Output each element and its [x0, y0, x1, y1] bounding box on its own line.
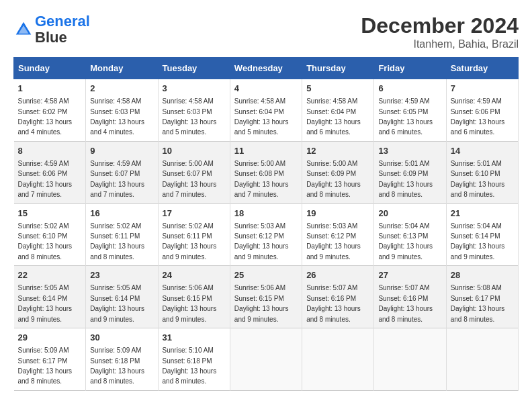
- daylight-text: Daylight: 13 hours and 7 minutes.: [163, 181, 217, 198]
- sunrise-text: Sunrise: 5:00 AM: [234, 160, 285, 167]
- sunrise-text: Sunrise: 5:02 AM: [90, 222, 141, 230]
- calendar-cell: 1 Sunrise: 4:58 AM Sunset: 6:02 PM Dayli…: [14, 79, 86, 142]
- daylight-text: Daylight: 13 hours and 7 minutes.: [234, 181, 289, 198]
- sunset-text: Sunset: 6:12 PM: [306, 232, 356, 240]
- day-number: 16: [90, 208, 153, 220]
- sunset-text: Sunset: 6:07 PM: [163, 170, 212, 177]
- sunset-text: Sunset: 6:11 PM: [163, 232, 212, 240]
- logo-text: General Blue: [35, 13, 90, 46]
- daylight-text: Daylight: 13 hours and 9 minutes.: [378, 242, 433, 260]
- sunset-text: Sunset: 6:06 PM: [451, 108, 500, 116]
- sunrise-text: Sunrise: 5:01 AM: [451, 160, 502, 167]
- calendar-cell: 14 Sunrise: 5:01 AM Sunset: 6:10 PM Dayl…: [446, 141, 518, 203]
- calendar-cell: 5 Sunrise: 4:58 AM Sunset: 6:04 PM Dayli…: [302, 79, 374, 142]
- calendar-week-row: 8 Sunrise: 4:59 AM Sunset: 6:06 PM Dayli…: [14, 141, 519, 203]
- weekday-header-tuesday: Tuesday: [158, 58, 230, 79]
- weekday-header-friday: Friday: [374, 58, 446, 79]
- calendar-week-row: 1 Sunrise: 4:58 AM Sunset: 6:02 PM Dayli…: [14, 79, 519, 142]
- sunset-text: Sunset: 6:18 PM: [90, 357, 140, 365]
- sunrise-text: Sunrise: 5:00 AM: [163, 160, 214, 167]
- day-number: 11: [234, 145, 298, 157]
- sunrise-text: Sunrise: 5:03 AM: [306, 222, 357, 230]
- calendar-cell: [446, 328, 518, 391]
- calendar-cell: 25 Sunrise: 5:06 AM Sunset: 6:15 PM Dayl…: [230, 266, 302, 328]
- calendar-header-row: SundayMondayTuesdayWednesdayThursdayFrid…: [14, 58, 519, 79]
- calendar-cell: 29 Sunrise: 5:09 AM Sunset: 6:17 PM Dayl…: [14, 328, 86, 391]
- calendar-cell: 22 Sunrise: 5:05 AM Sunset: 6:14 PM Dayl…: [14, 266, 86, 328]
- day-number: 2: [90, 83, 153, 95]
- calendar-cell: 27 Sunrise: 5:07 AM Sunset: 6:16 PM Dayl…: [374, 266, 446, 328]
- day-number: 3: [163, 83, 226, 95]
- daylight-text: Daylight: 13 hours and 6 minutes.: [306, 118, 361, 136]
- sunset-text: Sunset: 6:15 PM: [234, 295, 284, 302]
- sunset-text: Sunset: 6:03 PM: [163, 108, 212, 116]
- month-title: December 2024: [361, 13, 519, 38]
- calendar-cell: 20 Sunrise: 5:04 AM Sunset: 6:13 PM Dayl…: [374, 203, 446, 266]
- sunrise-text: Sunrise: 5:08 AM: [451, 284, 502, 291]
- sunset-text: Sunset: 6:17 PM: [18, 357, 68, 365]
- day-number: 14: [451, 145, 514, 157]
- sunrise-text: Sunrise: 5:03 AM: [234, 222, 285, 230]
- calendar-cell: 2 Sunrise: 4:58 AM Sunset: 6:03 PM Dayli…: [86, 79, 158, 142]
- daylight-text: Daylight: 13 hours and 8 minutes.: [306, 305, 361, 322]
- sunset-text: Sunset: 6:11 PM: [90, 232, 140, 240]
- calendar-cell: 18 Sunrise: 5:03 AM Sunset: 6:12 PM Dayl…: [230, 203, 302, 266]
- calendar-cell: 30 Sunrise: 5:09 AM Sunset: 6:18 PM Dayl…: [86, 328, 158, 391]
- calendar-week-row: 15 Sunrise: 5:02 AM Sunset: 6:10 PM Dayl…: [14, 203, 519, 266]
- sunset-text: Sunset: 6:10 PM: [18, 232, 68, 240]
- daylight-text: Daylight: 13 hours and 9 minutes.: [306, 242, 361, 260]
- calendar-cell: 26 Sunrise: 5:07 AM Sunset: 6:16 PM Dayl…: [302, 266, 374, 328]
- day-number: 23: [90, 269, 153, 281]
- sunrise-text: Sunrise: 5:10 AM: [163, 347, 214, 354]
- page-header: General Blue December 2024 Itanhem, Bahi…: [13, 13, 519, 50]
- sunset-text: Sunset: 6:05 PM: [378, 108, 428, 116]
- sunset-text: Sunset: 6:18 PM: [163, 357, 212, 365]
- daylight-text: Daylight: 13 hours and 6 minutes.: [378, 118, 433, 136]
- calendar-week-row: 29 Sunrise: 5:09 AM Sunset: 6:17 PM Dayl…: [14, 328, 519, 391]
- sunrise-text: Sunrise: 5:04 AM: [451, 222, 502, 230]
- day-number: 12: [306, 145, 369, 157]
- calendar-cell: [230, 328, 302, 391]
- daylight-text: Daylight: 13 hours and 4 minutes.: [90, 118, 144, 136]
- day-number: 26: [306, 269, 369, 281]
- day-number: 1: [18, 83, 82, 95]
- calendar-cell: 3 Sunrise: 4:58 AM Sunset: 6:03 PM Dayli…: [158, 79, 230, 142]
- calendar-cell: 4 Sunrise: 4:58 AM Sunset: 6:04 PM Dayli…: [230, 79, 302, 142]
- calendar-cell: 7 Sunrise: 4:59 AM Sunset: 6:06 PM Dayli…: [446, 79, 518, 142]
- sunrise-text: Sunrise: 5:02 AM: [18, 222, 69, 230]
- daylight-text: Daylight: 13 hours and 9 minutes.: [234, 242, 289, 260]
- sunrise-text: Sunrise: 5:01 AM: [378, 160, 429, 167]
- daylight-text: Daylight: 13 hours and 8 minutes.: [306, 181, 361, 198]
- calendar-cell: 13 Sunrise: 5:01 AM Sunset: 6:09 PM Dayl…: [374, 141, 446, 203]
- day-number: 10: [163, 145, 226, 157]
- sunrise-text: Sunrise: 5:02 AM: [163, 222, 214, 230]
- day-number: 7: [451, 83, 514, 95]
- day-number: 25: [234, 269, 298, 281]
- sunset-text: Sunset: 6:15 PM: [163, 295, 212, 302]
- sunset-text: Sunset: 6:04 PM: [234, 108, 284, 116]
- calendar-cell: 10 Sunrise: 5:00 AM Sunset: 6:07 PM Dayl…: [158, 141, 230, 203]
- sunset-text: Sunset: 6:16 PM: [378, 295, 428, 302]
- day-number: 9: [90, 145, 153, 157]
- sunset-text: Sunset: 6:09 PM: [306, 170, 356, 177]
- sunset-text: Sunset: 6:17 PM: [451, 295, 500, 302]
- sunrise-text: Sunrise: 4:59 AM: [451, 97, 502, 105]
- day-number: 28: [451, 269, 514, 281]
- daylight-text: Daylight: 13 hours and 6 minutes.: [451, 118, 505, 136]
- calendar-cell: 8 Sunrise: 4:59 AM Sunset: 6:06 PM Dayli…: [14, 141, 86, 203]
- day-number: 24: [163, 269, 226, 281]
- sunset-text: Sunset: 6:10 PM: [451, 170, 500, 177]
- sunset-text: Sunset: 6:14 PM: [90, 295, 140, 302]
- sunset-text: Sunset: 6:08 PM: [234, 170, 284, 177]
- sunrise-text: Sunrise: 5:06 AM: [163, 284, 214, 291]
- weekday-header-sunday: Sunday: [14, 58, 86, 79]
- daylight-text: Daylight: 13 hours and 9 minutes.: [163, 242, 217, 260]
- sunset-text: Sunset: 6:03 PM: [90, 108, 140, 116]
- day-number: 8: [18, 145, 82, 157]
- sunrise-text: Sunrise: 4:58 AM: [18, 97, 69, 105]
- calendar-cell: 16 Sunrise: 5:02 AM Sunset: 6:11 PM Dayl…: [86, 203, 158, 266]
- sunrise-text: Sunrise: 4:59 AM: [378, 97, 429, 105]
- sunrise-text: Sunrise: 4:58 AM: [163, 97, 214, 105]
- day-number: 17: [163, 208, 226, 220]
- location: Itanhem, Bahia, Brazil: [361, 38, 519, 50]
